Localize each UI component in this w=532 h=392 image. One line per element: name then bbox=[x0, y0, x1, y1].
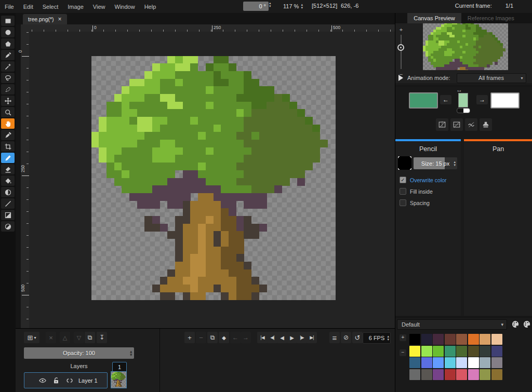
move-frame-left-button[interactable] bbox=[230, 332, 241, 343]
palette-swatch[interactable] bbox=[433, 357, 444, 368]
mirror-vertical-button[interactable] bbox=[450, 118, 463, 131]
crop-tool-button[interactable] bbox=[1, 141, 15, 152]
tab-reference-images[interactable]: Reference Images bbox=[461, 13, 521, 23]
dynamics-button[interactable] bbox=[480, 118, 492, 131]
tab-tree-png[interactable]: tree.png(*) × bbox=[23, 14, 67, 24]
color-picker-tool-button[interactable] bbox=[1, 130, 15, 140]
line-tool-tool-button[interactable] bbox=[1, 198, 15, 209]
menu-help[interactable]: Help bbox=[140, 4, 161, 10]
menu-file[interactable]: File bbox=[0, 4, 19, 10]
layer-row[interactable]: Layer 1 bbox=[24, 372, 108, 388]
brush-size-spinner[interactable]: Size: 15 px bbox=[414, 157, 457, 169]
move-layer-down-button[interactable] bbox=[74, 332, 84, 343]
move-layer-up-button[interactable] bbox=[60, 332, 70, 343]
palette-swatch[interactable] bbox=[468, 346, 479, 357]
palette-swatch[interactable] bbox=[468, 334, 479, 345]
tab-canvas-preview[interactable]: Canvas Preview bbox=[407, 13, 461, 23]
palette-swatch[interactable] bbox=[421, 369, 432, 380]
onion-skinning-button[interactable] bbox=[341, 332, 351, 343]
lasso-tool-button[interactable] bbox=[1, 73, 15, 83]
timeline-settings-button[interactable] bbox=[329, 332, 340, 343]
checkbox-icon[interactable]: ✓ bbox=[400, 199, 406, 206]
menu-edit[interactable]: Edit bbox=[19, 4, 38, 10]
palette-swatch[interactable] bbox=[480, 369, 490, 380]
shading-tool-button[interactable] bbox=[1, 187, 15, 197]
right-color-swatch[interactable] bbox=[490, 92, 520, 109]
previous-color-button[interactable]: ← bbox=[440, 95, 451, 104]
preview-play-icon[interactable] bbox=[398, 75, 403, 81]
canvas-image[interactable] bbox=[91, 56, 336, 300]
palette-select[interactable]: Default bbox=[397, 319, 507, 330]
palette-swatch[interactable] bbox=[421, 346, 432, 357]
go-to-first-frame-button[interactable] bbox=[257, 332, 268, 343]
pan-tool-button[interactable] bbox=[1, 118, 15, 129]
menu-select[interactable]: Select bbox=[38, 4, 63, 10]
palette-swatch[interactable] bbox=[491, 334, 502, 345]
preview-zoom-slider-knob[interactable] bbox=[397, 44, 404, 51]
add-color-button[interactable]: + bbox=[400, 334, 406, 341]
menu-image[interactable]: Image bbox=[63, 4, 88, 10]
layer-opacity-slider[interactable]: Opacity: 100 bbox=[24, 347, 134, 359]
ellipse-tool-tool-button[interactable] bbox=[1, 221, 15, 232]
animation-mode-dropdown[interactable]: All frames bbox=[457, 73, 526, 83]
left-color-swatch[interactable] bbox=[409, 92, 438, 109]
palette-swatch[interactable] bbox=[433, 346, 444, 357]
paint-selection-tool-button[interactable] bbox=[1, 84, 15, 94]
default-colors-toggle[interactable] bbox=[457, 108, 470, 113]
tab-close-icon[interactable]: × bbox=[58, 16, 62, 23]
pencil-tool-button[interactable] bbox=[1, 153, 15, 163]
palette-swatch[interactable] bbox=[491, 369, 502, 380]
go-to-last-frame-button[interactable] bbox=[307, 332, 317, 343]
move-frame-right-button[interactable] bbox=[241, 332, 251, 343]
palette-swatch[interactable] bbox=[456, 346, 467, 357]
palette-swatch[interactable] bbox=[433, 334, 444, 345]
cel-thumbnail[interactable] bbox=[111, 371, 127, 388]
menu-window[interactable]: Window bbox=[110, 4, 140, 10]
layer-lock-button[interactable] bbox=[51, 376, 61, 385]
canvas-drawing[interactable] bbox=[91, 56, 336, 300]
checkbox-icon[interactable]: ✓ bbox=[400, 177, 406, 183]
add-layer-button[interactable]: ▾ bbox=[24, 332, 39, 343]
magic-wand-tool-button[interactable] bbox=[1, 61, 15, 72]
palette-swatch[interactable] bbox=[445, 346, 456, 357]
palette-swatch[interactable] bbox=[409, 346, 420, 357]
frame-tag-button[interactable] bbox=[219, 332, 229, 343]
next-color-button[interactable]: → bbox=[476, 95, 488, 104]
rectangle-select-tool-button[interactable] bbox=[1, 16, 15, 26]
frame-1-button[interactable]: 1 bbox=[112, 362, 127, 372]
menu-view[interactable]: View bbox=[88, 4, 110, 10]
zoom-indicator[interactable]: 117 % bbox=[283, 2, 303, 11]
horizontal-ruler[interactable]: 0 250 500 bbox=[29, 24, 395, 32]
bucket-tool-button[interactable] bbox=[1, 175, 15, 186]
layer-name[interactable]: Layer 1 bbox=[78, 377, 98, 384]
size-spinner-arrows[interactable] bbox=[454, 160, 456, 167]
mirror-horizontal-button[interactable] bbox=[436, 118, 448, 131]
eraser-tool-button[interactable] bbox=[1, 164, 15, 174]
play-forward-button[interactable] bbox=[287, 332, 297, 343]
brush-thumbnail[interactable] bbox=[398, 156, 411, 170]
polygon-select-tool-button[interactable] bbox=[1, 38, 15, 49]
palette-swatch[interactable] bbox=[456, 369, 467, 380]
next-frame-button[interactable] bbox=[297, 332, 307, 343]
mid-color-swatch[interactable] bbox=[458, 93, 468, 107]
ellipse-select-tool-button[interactable] bbox=[1, 27, 15, 37]
preview-zoom-in-button[interactable]: + bbox=[398, 26, 404, 33]
palette-swatch[interactable] bbox=[480, 346, 490, 357]
pixel-perfect-button[interactable] bbox=[465, 118, 477, 131]
remove-color-button[interactable]: − bbox=[400, 349, 406, 356]
clone-frame-button[interactable] bbox=[207, 332, 218, 343]
palette-swatch[interactable] bbox=[409, 369, 420, 380]
checkbox-icon[interactable]: ✓ bbox=[400, 188, 406, 195]
palette-swatch[interactable] bbox=[409, 334, 420, 345]
spacing-checkbox[interactable]: ✓ Spacing bbox=[400, 199, 430, 206]
rotation-spinner[interactable] bbox=[269, 2, 271, 8]
play-backwards-button[interactable] bbox=[277, 332, 287, 343]
fill-inside-checkbox[interactable]: ✓ Fill inside bbox=[400, 188, 433, 195]
palette-swatch[interactable] bbox=[456, 357, 467, 368]
palette-swatch[interactable] bbox=[468, 357, 479, 368]
add-palette-button[interactable] bbox=[522, 319, 532, 330]
palette-swatch[interactable] bbox=[421, 357, 432, 368]
palette-swatch[interactable] bbox=[445, 334, 456, 345]
canvas-workspace[interactable] bbox=[29, 32, 395, 328]
palette-swatch[interactable] bbox=[409, 357, 420, 368]
